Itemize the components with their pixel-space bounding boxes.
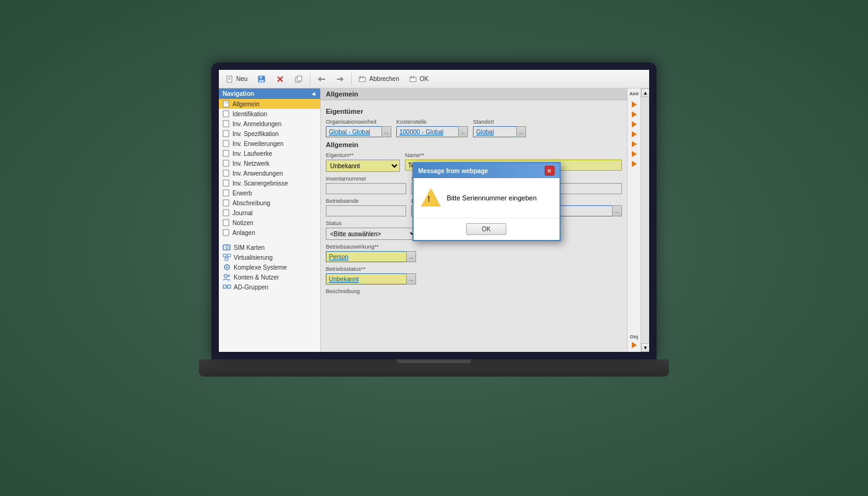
action-btn-6[interactable]	[629, 150, 639, 158]
nav-label-inv-anmeldungen: Inv. Anmeldungen	[232, 121, 281, 127]
akti-label: Akti	[629, 91, 639, 96]
nav-icon-anlagen	[223, 229, 230, 236]
nav-item-inv-erweiterungen[interactable]: Inv. Erweiterungen	[219, 139, 320, 148]
nav-item-inv-spezifikation[interactable]: Inv. Spezifikation	[219, 129, 320, 139]
nav-label-komplexe: Komplexe Systeme	[234, 264, 287, 271]
nav-label-notizen: Notizen	[232, 220, 253, 226]
nav-item-abschreibung[interactable]: Abschreibung	[219, 198, 320, 208]
nav-label-identifikation: Identifikation	[232, 111, 267, 118]
save-button[interactable]	[253, 73, 270, 85]
action-btn-1[interactable]	[629, 100, 639, 109]
nav-item-inv-anmeldungen[interactable]: Inv. Anmeldungen	[219, 119, 320, 129]
back-icon	[317, 75, 326, 83]
modal-close-button[interactable]: ×	[545, 166, 555, 176]
copy-button[interactable]	[290, 73, 307, 85]
modal-header: Message from webpage ×	[414, 163, 560, 178]
svg-point-45	[228, 275, 230, 277]
warning-icon: !	[421, 188, 441, 208]
nav-group-konten[interactable]: Konten & Nutzer	[219, 272, 320, 282]
nav-item-inv-anwendungen[interactable]: Inv. Anwendungen	[219, 168, 320, 178]
svg-rect-24	[223, 130, 229, 137]
forward-button[interactable]	[331, 73, 349, 85]
nav-icon-ad	[223, 283, 231, 291]
svg-rect-32	[223, 210, 229, 216]
action-btn-5[interactable]	[629, 140, 639, 148]
nav-label-journal: Journal	[232, 210, 253, 216]
svg-point-36	[226, 246, 228, 249]
nav-group-virtualisierung[interactable]: Virtualisierung	[219, 252, 320, 262]
nav-collapse-icon[interactable]: ◄	[310, 90, 317, 97]
svg-rect-11	[320, 79, 325, 80]
svg-rect-26	[223, 150, 229, 156]
svg-rect-35	[223, 245, 230, 250]
nav-item-anlagen[interactable]: Anlagen	[219, 228, 320, 237]
nav-label-inv-anwendungen: Inv. Anwendungen	[232, 170, 283, 177]
nav-group-komplexe[interactable]: Komplexe Systeme	[219, 262, 320, 272]
nav-label-inv-scanergebnisse: Inv. Scanergebnisse	[232, 180, 288, 187]
nav-label-ad: AD-Gruppen	[234, 284, 268, 291]
nav-icon-identifikation	[223, 110, 230, 118]
nav-item-journal[interactable]: Journal	[219, 208, 320, 218]
ok-button[interactable]: OK	[405, 73, 433, 85]
nav-label-anlagen: Anlagen	[232, 229, 255, 236]
action-btn-7[interactable]	[629, 160, 639, 168]
nav-label-allgemein: Allgemein	[232, 101, 260, 108]
modal-ok-button[interactable]: OK	[466, 223, 506, 235]
ok-label: OK	[420, 75, 428, 82]
action-btn-2[interactable]	[629, 110, 639, 119]
nav-label-virtualisierung: Virtualisierung	[234, 254, 273, 261]
action-btn-3[interactable]	[629, 120, 639, 129]
nav-header-label: Navigation	[223, 90, 254, 97]
svg-rect-27	[223, 160, 229, 166]
nav-header: Navigation ◄	[219, 88, 320, 99]
delete-icon	[276, 75, 284, 83]
action-btn-obj[interactable]	[629, 341, 639, 349]
svg-rect-30	[223, 190, 229, 196]
new-button[interactable]: Neu	[221, 73, 252, 85]
toolbar: Neu	[219, 70, 649, 88]
svg-marker-13	[341, 77, 344, 82]
nav-item-allgemein[interactable]: Allgemein	[219, 99, 320, 109]
scroll-down-btn[interactable]: ▼	[641, 343, 649, 352]
nav-label-inv-spezifikation: Inv. Spezifikation	[232, 130, 279, 137]
nav-icon-inv-anmeldungen	[223, 120, 230, 127]
svg-rect-37	[223, 254, 226, 257]
abbrechen-icon	[359, 75, 367, 83]
svg-point-43	[226, 267, 228, 268]
abbrechen-button[interactable]: Abbrechen	[354, 73, 403, 85]
delete-button[interactable]	[271, 73, 289, 85]
toolbar-sep2	[351, 73, 352, 85]
svg-point-44	[224, 275, 228, 278]
svg-rect-20	[223, 101, 229, 107]
obj-label: Obj	[630, 334, 638, 340]
svg-rect-4	[260, 76, 262, 79]
nav-group-sim[interactable]: SIM Karten	[219, 242, 320, 252]
forward-icon	[336, 75, 344, 83]
action-btn-4[interactable]	[629, 130, 639, 139]
nav-item-inv-laufwerke[interactable]: Inv. Laufwerke	[219, 148, 320, 158]
nav-item-identifikation[interactable]: Identifikation	[219, 109, 320, 119]
nav-group-ad[interactable]: AD-Gruppen	[219, 282, 320, 292]
nav-icon-inv-erweiterungen	[223, 140, 230, 147]
back-button[interactable]	[313, 73, 330, 85]
modal-dialog: Message from webpage × ! Bitte Seriennum…	[412, 162, 561, 241]
new-label: Neu	[236, 75, 247, 82]
content-panel: Allgemein Eigentümer Organisationseinhei…	[321, 88, 627, 352]
nav-icon-journal	[223, 209, 230, 216]
nav-item-inv-scanergebnisse[interactable]: Inv. Scanergebnisse	[219, 178, 320, 188]
svg-rect-31	[223, 200, 229, 206]
nav-label-abschreibung: Abschreibung	[232, 200, 270, 207]
nav-icon-allgemein	[223, 100, 230, 108]
ok-icon	[409, 75, 418, 83]
svg-rect-23	[223, 121, 229, 127]
nav-sep	[219, 237, 320, 242]
nav-icon-konten	[223, 273, 231, 281]
nav-icon-inv-scanergebnisse	[223, 179, 230, 187]
nav-item-inv-netzwerk[interactable]: Inv. Netzwerk	[219, 158, 320, 168]
modal-footer: OK	[414, 218, 560, 240]
nav-label-erwerb: Erwerb	[232, 190, 252, 197]
nav-item-notizen[interactable]: Notizen	[219, 218, 320, 228]
scroll-track[interactable]	[641, 97, 649, 343]
nav-item-erwerb[interactable]: Erwerb	[219, 188, 320, 198]
scroll-up-btn[interactable]: ▲	[641, 88, 649, 97]
